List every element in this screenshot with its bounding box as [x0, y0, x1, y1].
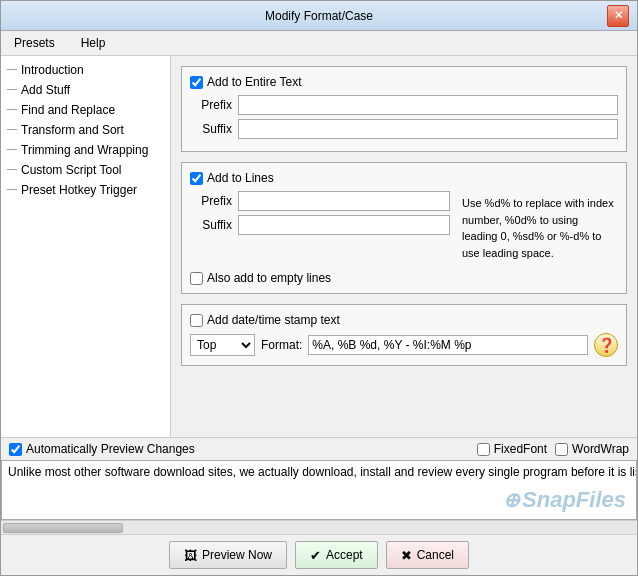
fixed-font-row: FixedFont — [477, 442, 547, 456]
date-stamp-checkbox[interactable] — [190, 314, 203, 327]
close-button[interactable]: ✕ — [607, 5, 629, 27]
date-format-row: Top Bottom Format: ❓ — [190, 333, 618, 357]
preview-container: Unlike most other software download site… — [1, 460, 637, 534]
menu-presets[interactable]: Presets — [5, 33, 64, 53]
line-prefix-label: Prefix — [190, 194, 232, 208]
date-stamp-section: Add date/time stamp text Top Bottom Form… — [181, 304, 627, 366]
also-empty-row: Also add to empty lines — [190, 271, 618, 285]
accept-icon: ✔ — [310, 548, 321, 563]
accept-label: Accept — [326, 548, 363, 562]
line-suffix-row: Suffix — [190, 215, 450, 235]
preview-now-label: Preview Now — [202, 548, 272, 562]
word-wrap-row: WordWrap — [555, 442, 629, 456]
accept-button[interactable]: ✔ Accept — [295, 541, 378, 569]
auto-preview-row: Automatically Preview Changes — [9, 442, 195, 456]
line-suffix-label: Suffix — [190, 218, 232, 232]
date-stamp-label: Add date/time stamp text — [207, 313, 340, 327]
suffix-row: Suffix — [190, 119, 618, 139]
also-empty-label: Also add to empty lines — [207, 271, 331, 285]
fixed-font-label: FixedFont — [494, 442, 547, 456]
line-prefix-input[interactable] — [238, 191, 450, 211]
add-to-lines-label: Add to Lines — [207, 171, 274, 185]
sidebar: Introduction Add Stuff Find and Replace … — [1, 56, 171, 437]
word-wrap-checkbox[interactable] — [555, 443, 568, 456]
format-label: Format: — [261, 338, 302, 352]
preview-text: Unlike most other software download site… — [2, 461, 636, 483]
sidebar-item-hotkey-trigger[interactable]: Preset Hotkey Trigger — [1, 180, 170, 200]
date-stamp-checkbox-row: Add date/time stamp text — [190, 313, 618, 327]
line-suffix-input[interactable] — [238, 215, 450, 235]
menu-bar: Presets Help — [1, 31, 637, 56]
cancel-button[interactable]: ✖ Cancel — [386, 541, 469, 569]
sidebar-item-custom-script[interactable]: Custom Script Tool — [1, 160, 170, 180]
auto-preview-label: Automatically Preview Changes — [26, 442, 195, 456]
helper-text: Use %d% to replace with index number, %0… — [462, 197, 614, 259]
lines-inputs: Prefix Suffix — [190, 191, 450, 265]
add-to-lines-box: Add to Lines Prefix Suffix — [181, 162, 627, 294]
menu-help[interactable]: Help — [72, 33, 115, 53]
main-panel: Add to Entire Text Prefix Suffix Add to … — [171, 56, 637, 437]
lines-form-helper: Prefix Suffix Use %d% to replace with in… — [190, 191, 618, 265]
add-to-lines-checkbox[interactable] — [190, 172, 203, 185]
add-to-lines-section: Add to Lines Prefix Suffix — [181, 162, 627, 294]
line-prefix-row: Prefix — [190, 191, 450, 211]
suffix-label: Suffix — [190, 122, 232, 136]
sidebar-item-introduction[interactable]: Introduction — [1, 60, 170, 80]
sidebar-item-find-replace[interactable]: Find and Replace — [1, 100, 170, 120]
add-entire-text-section: Add to Entire Text Prefix Suffix — [181, 66, 627, 152]
scrollbar-thumb[interactable] — [3, 523, 123, 533]
sidebar-item-transform-sort[interactable]: Transform and Sort — [1, 120, 170, 140]
add-to-lines-checkbox-row: Add to Lines — [190, 171, 618, 185]
format-input[interactable] — [308, 335, 588, 355]
preview-area: Unlike most other software download site… — [1, 460, 637, 520]
auto-preview-checkbox[interactable] — [9, 443, 22, 456]
footer-bar: Automatically Preview Changes FixedFont … — [1, 437, 637, 460]
preview-scrollbar[interactable] — [1, 520, 637, 534]
add-entire-text-label: Add to Entire Text — [207, 75, 302, 89]
suffix-input[interactable] — [238, 119, 618, 139]
watermark-icon: ⊕ — [503, 488, 520, 512]
prefix-input[interactable] — [238, 95, 618, 115]
title-bar: Modify Format/Case ✕ — [1, 1, 637, 31]
help-icon: ❓ — [598, 337, 615, 353]
also-empty-checkbox[interactable] — [190, 272, 203, 285]
cancel-icon: ✖ — [401, 548, 412, 563]
sidebar-item-add-stuff[interactable]: Add Stuff — [1, 80, 170, 100]
fixed-font-checkbox[interactable] — [477, 443, 490, 456]
prefix-row: Prefix — [190, 95, 618, 115]
window-title: Modify Format/Case — [31, 9, 607, 23]
main-window: Modify Format/Case ✕ Presets Help Introd… — [0, 0, 638, 576]
preview-icon: 🖼 — [184, 548, 197, 563]
watermark-text: SnapFiles — [522, 487, 626, 513]
add-entire-text-checkbox[interactable] — [190, 76, 203, 89]
action-bar: 🖼 Preview Now ✔ Accept ✖ Cancel — [1, 534, 637, 575]
prefix-label: Prefix — [190, 98, 232, 112]
help-icon-button[interactable]: ❓ — [594, 333, 618, 357]
position-select[interactable]: Top Bottom — [190, 334, 255, 356]
add-entire-text-checkbox-row: Add to Entire Text — [190, 75, 618, 89]
preview-now-button[interactable]: 🖼 Preview Now — [169, 541, 287, 569]
preview-watermark: ⊕ SnapFiles — [503, 487, 626, 513]
cancel-label: Cancel — [417, 548, 454, 562]
sidebar-item-trimming-wrapping[interactable]: Trimming and Wrapping — [1, 140, 170, 160]
content-area: Introduction Add Stuff Find and Replace … — [1, 56, 637, 437]
word-wrap-label: WordWrap — [572, 442, 629, 456]
helper-text-box: Use %d% to replace with index number, %0… — [458, 191, 618, 265]
